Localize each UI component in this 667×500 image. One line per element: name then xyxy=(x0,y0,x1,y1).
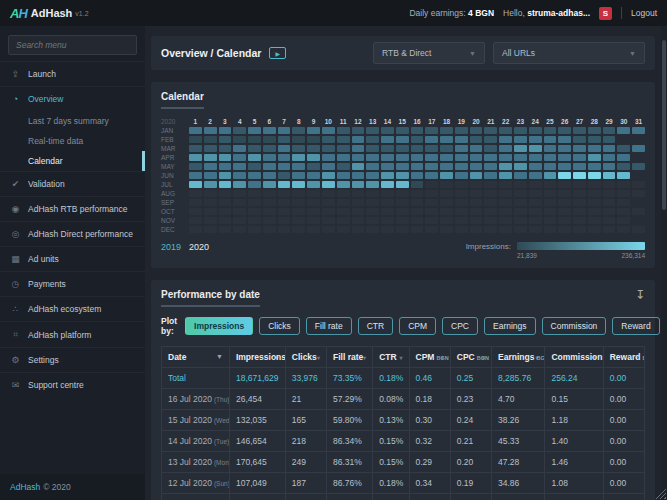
heatmap-cell[interactable] xyxy=(396,163,409,170)
heatmap-cell[interactable] xyxy=(189,154,202,161)
heatmap-cell[interactable] xyxy=(470,145,483,152)
heatmap-cell[interactable] xyxy=(292,172,305,179)
heatmap-cell[interactable] xyxy=(204,172,217,179)
heatmap-cell[interactable] xyxy=(248,154,261,161)
heatmap-cell[interactable] xyxy=(292,136,305,143)
scrollbar[interactable] xyxy=(661,26,667,500)
heatmap-cell[interactable] xyxy=(263,172,276,179)
heatmap-cell[interactable] xyxy=(588,181,601,188)
heatmap-cell[interactable] xyxy=(278,145,291,152)
play-icon[interactable]: ▶ xyxy=(269,47,286,59)
heatmap-cell[interactable] xyxy=(603,136,616,143)
heatmap-cell[interactable] xyxy=(263,127,276,134)
heatmap-cell[interactable] xyxy=(381,226,394,233)
plot-button-ctr[interactable]: CTR xyxy=(358,317,393,335)
heatmap-cell[interactable] xyxy=(381,172,394,179)
heatmap-cell[interactable] xyxy=(307,217,320,224)
heatmap-cell[interactable] xyxy=(588,217,601,224)
heatmap-cell[interactable] xyxy=(470,127,483,134)
heatmap-cell[interactable] xyxy=(381,181,394,188)
heatmap-cell[interactable] xyxy=(381,217,394,224)
heatmap-cell[interactable] xyxy=(189,208,202,215)
heatmap-cell[interactable] xyxy=(204,181,217,188)
heatmap-cell[interactable] xyxy=(411,199,424,206)
sidebar-item-adhash-rtb-performance[interactable]: ◉AdHash RTB performance xyxy=(0,196,145,221)
heatmap-cell[interactable] xyxy=(455,217,468,224)
heatmap-cell[interactable] xyxy=(248,208,261,215)
heatmap-cell[interactable] xyxy=(219,154,232,161)
heatmap-cell[interactable] xyxy=(484,145,497,152)
heatmap-cell[interactable] xyxy=(337,145,350,152)
heatmap-cell[interactable] xyxy=(632,208,645,215)
heatmap-cell[interactable] xyxy=(366,226,379,233)
heatmap-cell[interactable] xyxy=(337,190,350,197)
heatmap-cell[interactable] xyxy=(381,190,394,197)
heatmap-cell[interactable] xyxy=(307,172,320,179)
heatmap-cell[interactable] xyxy=(263,199,276,206)
heatmap-cell[interactable] xyxy=(189,145,202,152)
heatmap-cell[interactable] xyxy=(632,226,645,233)
heatmap-cell[interactable] xyxy=(263,208,276,215)
heatmap-cell[interactable] xyxy=(529,199,542,206)
heatmap-cell[interactable] xyxy=(514,199,527,206)
heatmap-cell[interactable] xyxy=(248,199,261,206)
heatmap-cell[interactable] xyxy=(514,217,527,224)
heatmap-cell[interactable] xyxy=(278,127,291,134)
heatmap-cell[interactable] xyxy=(322,208,335,215)
heatmap-cell[interactable] xyxy=(603,154,616,161)
heatmap-cell[interactable] xyxy=(263,136,276,143)
heatmap-cell[interactable] xyxy=(425,127,438,134)
heatmap-cell[interactable] xyxy=(425,136,438,143)
sidebar-item-payments[interactable]: ◷Payments xyxy=(0,271,145,296)
heatmap-cell[interactable] xyxy=(514,172,527,179)
heatmap-cell[interactable] xyxy=(558,181,571,188)
heatmap-cell[interactable] xyxy=(440,208,453,215)
heatmap-cell[interactable] xyxy=(529,136,542,143)
heatmap-cell[interactable] xyxy=(219,127,232,134)
column-header-date[interactable]: ▼Date xyxy=(162,347,230,368)
heatmap-cell[interactable] xyxy=(322,217,335,224)
heatmap-cell[interactable] xyxy=(529,208,542,215)
heatmap-cell[interactable] xyxy=(381,136,394,143)
heatmap-cell[interactable] xyxy=(440,172,453,179)
heatmap-cell[interactable] xyxy=(632,127,645,134)
heatmap-cell[interactable] xyxy=(337,127,350,134)
column-header-fill-rate[interactable]: ▾Fill rate xyxy=(327,347,373,368)
heatmap-cell[interactable] xyxy=(219,136,232,143)
heatmap-cell[interactable] xyxy=(470,163,483,170)
heatmap-cell[interactable] xyxy=(292,199,305,206)
heatmap-cell[interactable] xyxy=(396,226,409,233)
year-2020-link[interactable]: 2020 xyxy=(189,242,209,252)
heatmap-cell[interactable] xyxy=(440,127,453,134)
heatmap-cell[interactable] xyxy=(425,217,438,224)
heatmap-cell[interactable] xyxy=(233,172,246,179)
heatmap-cell[interactable] xyxy=(233,199,246,206)
heatmap-cell[interactable] xyxy=(204,190,217,197)
heatmap-cell[interactable] xyxy=(558,217,571,224)
heatmap-cell[interactable] xyxy=(396,208,409,215)
heatmap-cell[interactable] xyxy=(204,217,217,224)
heatmap-cell[interactable] xyxy=(263,163,276,170)
heatmap-cell[interactable] xyxy=(499,154,512,161)
heatmap-cell[interactable] xyxy=(322,190,335,197)
heatmap-cell[interactable] xyxy=(470,208,483,215)
heatmap-cell[interactable] xyxy=(411,127,424,134)
sidebar-item-overview[interactable]: ◔Overview xyxy=(0,86,145,111)
heatmap-cell[interactable] xyxy=(455,145,468,152)
heatmap-cell[interactable] xyxy=(470,190,483,197)
sidebar-subitem-last-7-days-summary[interactable]: Last 7 days summary xyxy=(0,111,145,131)
sidebar-item-validation[interactable]: ✔Validation xyxy=(0,171,145,196)
heatmap-cell[interactable] xyxy=(248,181,261,188)
heatmap-cell[interactable] xyxy=(352,127,365,134)
heatmap-cell[interactable] xyxy=(455,163,468,170)
heatmap-cell[interactable] xyxy=(322,199,335,206)
heatmap-cell[interactable] xyxy=(366,172,379,179)
plot-button-impressions[interactable]: Impressions xyxy=(185,317,253,335)
heatmap-cell[interactable] xyxy=(499,172,512,179)
heatmap-cell[interactable] xyxy=(337,217,350,224)
heatmap-cell[interactable] xyxy=(204,145,217,152)
sidebar-item-adhash-ecosystem[interactable]: ∴AdHash ecosystem xyxy=(0,296,145,321)
heatmap-cell[interactable] xyxy=(455,154,468,161)
scrollbar-thumb[interactable] xyxy=(662,40,666,210)
heatmap-cell[interactable] xyxy=(233,190,246,197)
